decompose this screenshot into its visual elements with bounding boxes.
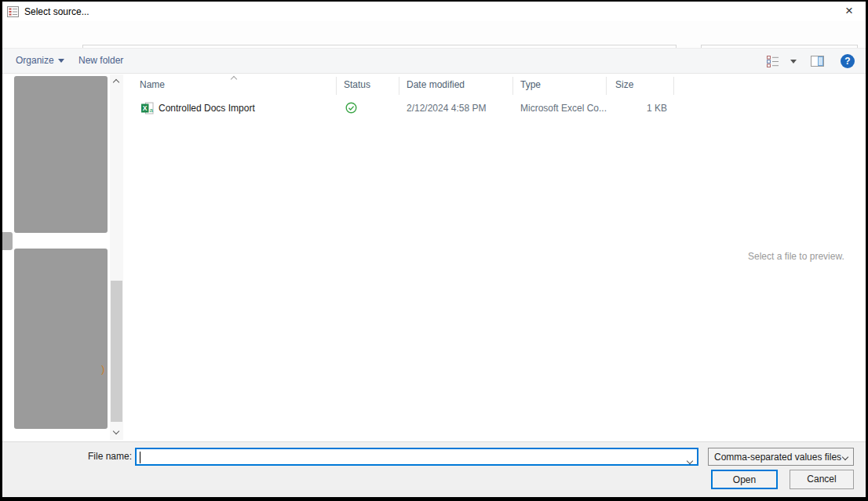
- file-name-combobox: [135, 448, 698, 466]
- preview-message: Select a file to preview.: [748, 251, 844, 262]
- redacted-block: [14, 76, 108, 233]
- svg-text:a: a: [150, 107, 154, 114]
- csv-file-icon: [7, 6, 19, 17]
- file-name-input[interactable]: [140, 449, 680, 464]
- window-title: Select source...: [24, 6, 89, 17]
- file-name-dropdown-chevron-icon[interactable]: [687, 458, 693, 464]
- column-divider[interactable]: [336, 77, 337, 95]
- column-divider[interactable]: [673, 77, 674, 95]
- open-button[interactable]: Open: [711, 470, 778, 489]
- sort-ascending-icon: [231, 76, 237, 82]
- file-type-select[interactable]: Comma-separated values files (: [708, 448, 854, 466]
- organize-label: Organize: [16, 55, 54, 66]
- help-icon[interactable]: ?: [841, 54, 855, 68]
- file-name: Controlled Docs Import: [159, 103, 255, 114]
- organize-dropdown-icon: [58, 59, 64, 63]
- cancel-button[interactable]: Cancel: [790, 470, 854, 489]
- column-divider[interactable]: [399, 77, 399, 95]
- navigation-bar: ← → ↑ LT0148 Documents CivilPro CP HelpC…: [2, 21, 866, 48]
- organize-button[interactable]: Organize: [16, 55, 64, 66]
- file-type: Microsoft Excel Co...: [520, 103, 607, 114]
- column-header-status[interactable]: Status: [344, 79, 370, 90]
- titlebar: Select source... ×: [2, 2, 866, 21]
- column-header-date-modified[interactable]: Date modified: [407, 79, 465, 90]
- file-name-label: File name:: [49, 451, 132, 462]
- preview-pane-icon[interactable]: [811, 56, 824, 67]
- scrollbar-thumb[interactable]: [111, 281, 122, 422]
- column-header-size[interactable]: Size: [615, 79, 633, 90]
- command-bar: Organize New folder ?: [2, 48, 866, 74]
- file-row[interactable]: a X Controlled Docs Import 2/12/2024 4:5…: [130, 99, 677, 119]
- svg-text:X: X: [143, 104, 148, 112]
- file-size: 1 KB: [611, 103, 667, 114]
- scroll-up-icon[interactable]: [113, 79, 119, 85]
- new-folder-button[interactable]: New folder: [78, 55, 123, 66]
- file-date-modified: 2/12/2024 4:58 PM: [407, 103, 486, 114]
- column-divider[interactable]: [606, 77, 607, 95]
- view-dropdown-chevron-icon[interactable]: [790, 60, 797, 64]
- column-divider[interactable]: [512, 77, 513, 95]
- file-type-selected-value: Comma-separated values files (: [714, 452, 843, 463]
- redacted-block: [2, 232, 13, 250]
- redacted-block: [14, 249, 108, 429]
- sidebar-scrollbar[interactable]: [110, 74, 123, 440]
- footer: File name: Comma-separated values files …: [2, 441, 866, 497]
- column-header-name[interactable]: Name: [140, 79, 165, 90]
- select-source-dialog: Select source... × ← → ↑ LT0148 Document…: [0, 0, 868, 501]
- column-header-type[interactable]: Type: [520, 79, 541, 90]
- sync-status-check-icon: [345, 102, 357, 114]
- close-icon[interactable]: ×: [841, 2, 858, 20]
- change-view-icon[interactable]: [767, 56, 781, 67]
- sidebar-text-artifact: ): [101, 363, 104, 375]
- excel-csv-file-icon: a X: [141, 102, 154, 114]
- scroll-down-icon[interactable]: [113, 428, 119, 434]
